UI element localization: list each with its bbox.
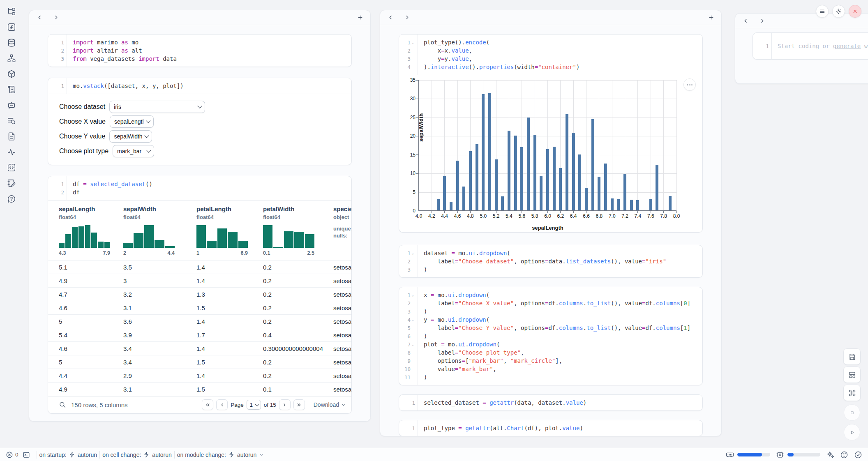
form-row: Choose plot typemark_bar [59,145,343,157]
column-collapse-right-button[interactable] [757,16,767,26]
close-button[interactable] [849,5,861,18]
autorun-setting[interactable]: on cell change:autorun [102,452,172,458]
cell-imports[interactable]: 123import marimo as moimport altair as a… [48,34,352,67]
help-chat-icon[interactable] [7,194,16,204]
code-editor[interactable]: mo.vstack([dataset, x, y, plot]) [67,78,184,94]
column-header-sepalWidth[interactable]: sepalWidthfloat6424.4 [113,201,186,260]
save-button[interactable] [843,348,861,365]
command-shortcuts-button[interactable] [843,385,861,401]
column-collapse-right-button[interactable] [402,12,412,23]
column-header-petalWidth[interactable]: petalWidthfloat640.12.5 [252,201,323,260]
page-select[interactable]: 1 [247,400,261,410]
column-collapse-left-button[interactable] [34,12,45,23]
column-collapse-left-button[interactable] [740,16,751,26]
column-collapse-right-button[interactable] [51,12,61,23]
table-row[interactable]: 53.61.40.2setosa [48,315,351,328]
cpu-gauge[interactable] [776,451,820,459]
stop-button[interactable] [844,404,860,421]
run-all-button[interactable] [844,424,860,440]
list-search-icon[interactable] [7,116,16,126]
table-row[interactable]: 5.43.91.70.4setosa [48,328,351,342]
bar [495,159,498,210]
dropdown-choose-dataset[interactable]: iris [109,101,205,113]
bar [450,202,452,210]
table-row[interactable]: 53.41.50.2setosa [48,355,351,369]
search-icon[interactable] [59,401,66,408]
document-icon[interactable] [7,131,16,141]
scroll-icon[interactable] [7,85,16,95]
dropdown-choose-plot-type[interactable]: mark_bar [113,145,154,157]
cell-plot-type[interactable]: 1plot_type = getattr(alt.Chart(df), plot… [399,420,703,436]
cell-dataframe[interactable]: 12df = selected_dataset()df sepalLengthf… [48,176,352,414]
next-page-button[interactable] [279,399,291,410]
file-tree-icon[interactable] [7,7,16,16]
dropdown-label: Choose dataset [59,103,105,111]
cell-xy-plot-dropdowns[interactable]: 1⌄234⌄567⌄891011x = mo.ui.dropdown( labe… [399,287,703,385]
chat-bot-icon[interactable] [7,100,16,110]
table-row[interactable]: 4.931.40.2setosa [48,274,351,288]
package-icon[interactable] [7,69,16,79]
last-page-button[interactable] [293,399,305,410]
first-page-button[interactable] [202,399,213,410]
cell-plot-encode[interactable]: 1⌄234plot_type().encode( x=x.value, y=y.… [399,34,703,233]
assistant-button[interactable] [840,451,848,459]
code-box-icon[interactable] [7,163,16,173]
dropdown-choose-x-value[interactable]: sepalLength [110,115,154,128]
autorun-setting[interactable]: on startup:autorun [39,452,97,458]
column-header-petalLength[interactable]: petalLengthfloat6416.9 [186,201,252,260]
chart-menu-button[interactable] [683,78,696,91]
dropdown-choose-y-value[interactable]: sepalWidth [109,130,152,143]
code-editor-placeholder[interactable]: Start coding or generate with [772,33,868,59]
activity-icon[interactable] [7,147,16,157]
cell-dataset-dropdown[interactable]: 1⌄23dataset = mo.ui.dropdown( label="Cho… [399,245,703,278]
download-button[interactable]: Download [314,401,346,408]
connection-status-button[interactable] [854,451,862,459]
menu-button[interactable] [816,5,829,18]
dropdown-form-output: Choose datasetirisChoose X valuesepalLen… [48,94,351,165]
add-cell-button[interactable] [355,12,365,23]
terminal-button[interactable] [23,451,30,459]
add-cell-button[interactable] [706,12,716,23]
line-numbers: 1⌄234⌄567⌄891011 [399,287,418,385]
layout-button[interactable] [843,366,861,383]
column-header-species[interactable]: speciesobjectunique:nulls: [323,201,351,260]
column-collapse-left-button[interactable] [385,12,396,23]
code-editor[interactable]: plot_type = getattr(alt.Chart(df), plot.… [418,420,583,436]
table-row[interactable]: 5.13.51.40.2setosa [48,260,351,274]
error-count: 0 [15,452,18,458]
ai-sparkles-button[interactable] [826,451,834,459]
cell-selected-dataset[interactable]: 1selected_dataset = getattr(data, datase… [399,394,703,411]
autorun-setting[interactable]: on module change:autorun [177,452,264,458]
memory-gauge[interactable] [726,451,770,459]
code-editor[interactable]: x = mo.ui.dropdown( label="Choose X valu… [418,287,690,385]
code-editor[interactable]: plot_type().encode( x=x.value, y=y.value… [418,35,579,75]
bar [482,94,485,210]
line-numbers: 1⌄234 [399,35,418,75]
function-square-icon[interactable] [7,22,16,32]
bar-chart[interactable]: 051015202530354.04.24.44.64.85.05.25.45.… [418,80,676,211]
table-row[interactable]: 4.73.21.30.2setosa [48,288,351,301]
bar [437,199,440,210]
terminal-icon [23,451,30,459]
table-row[interactable]: 4.63.41.40.3000000000000004setosa [48,342,351,355]
code-editor[interactable]: selected_dataset = getattr(data, dataset… [418,395,586,410]
notebook-pen-icon[interactable] [7,178,16,188]
app-main: 123import marimo as moimport altair as a… [0,0,868,448]
column-header-sepalLength[interactable]: sepalLengthfloat644.37.9 [48,201,113,260]
code-editor[interactable]: import marimo as moimport altair as altf… [67,35,177,67]
bar [533,135,536,210]
cell-vstack[interactable]: 1mo.vstack([dataset, x, y, plot]) Choose… [48,78,352,165]
database-icon[interactable] [7,38,16,48]
table-row[interactable]: 4.63.11.50.2setosa [48,301,351,315]
settings-gear-button[interactable] [832,5,845,18]
code-editor[interactable]: dataset = mo.ui.dropdown( label="Choose … [418,245,666,277]
code-editor[interactable]: df = selected_dataset()df [67,176,152,200]
cell-empty-scratch[interactable]: 1Start coding or generate with [753,32,868,60]
hierarchy-icon[interactable] [7,53,16,63]
error-count-chip[interactable]: 0 [6,451,18,459]
ram-icon [726,451,734,459]
prev-page-button[interactable] [216,399,228,410]
dropdown-label: Choose Y value [59,133,105,140]
table-row[interactable]: 4.42.91.40.2setosa [48,369,351,383]
table-row[interactable]: 4.93.11.50.1setosa [48,383,351,396]
